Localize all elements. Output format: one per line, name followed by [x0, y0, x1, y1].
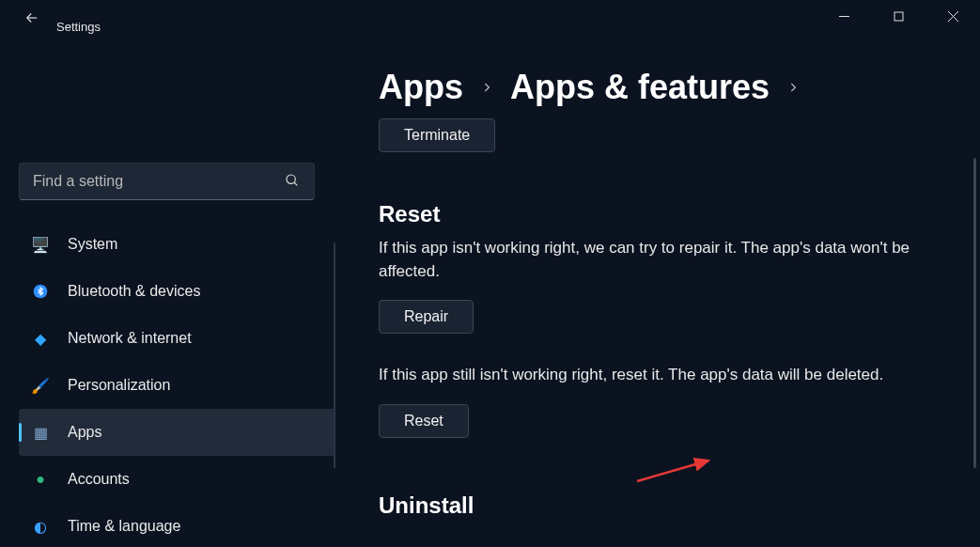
bluetooth-icon — [30, 281, 51, 302]
sidebar-item-accounts[interactable]: ●Accounts — [19, 456, 334, 503]
search-input[interactable] — [19, 163, 315, 200]
chevron-right-icon — [480, 77, 493, 99]
sidebar-item-label: Accounts — [68, 471, 130, 488]
sidebar-item-personalization[interactable]: 🖌️Personalization — [19, 362, 334, 409]
accounts-icon: ● — [30, 469, 51, 490]
window-controls — [817, 0, 980, 32]
sidebar-item-label: Network & internet — [68, 330, 192, 347]
sidebar: 🖥️SystemBluetooth & devices◆Network & in… — [0, 36, 334, 547]
sidebar-item-label: System — [68, 236, 117, 253]
network-icon: ◆ — [30, 328, 51, 349]
minimize-button[interactable] — [817, 0, 871, 32]
apps-icon: ▦ — [30, 422, 51, 443]
reset-heading: Reset — [379, 201, 942, 227]
scrollbar[interactable] — [973, 158, 976, 468]
sidebar-item-label: Apps — [68, 424, 101, 441]
app-title: Settings — [56, 3, 101, 34]
sidebar-item-apps[interactable]: ▦Apps — [19, 409, 334, 456]
svg-point-4 — [287, 175, 295, 183]
maximize-button[interactable] — [871, 0, 926, 32]
terminate-button[interactable]: Terminate — [379, 118, 495, 152]
sidebar-item-time-language[interactable]: ◐Time & language — [19, 503, 334, 547]
sidebar-item-label: Bluetooth & devices — [68, 283, 200, 300]
sidebar-item-label: Time & language — [68, 518, 180, 535]
breadcrumb: Apps Apps & features — [379, 68, 957, 107]
breadcrumb-level-1[interactable]: Apps — [379, 68, 463, 107]
uninstall-heading: Uninstall — [379, 492, 942, 519]
repair-button[interactable]: Repair — [379, 300, 474, 334]
reset-description: If this app still isn't working right, r… — [379, 364, 942, 387]
time-icon: ◐ — [30, 516, 51, 537]
svg-line-5 — [294, 182, 297, 185]
nav-list: 🖥️SystemBluetooth & devices◆Network & in… — [0, 221, 334, 547]
sidebar-item-network-internet[interactable]: ◆Network & internet — [19, 315, 334, 362]
sidebar-item-bluetooth-devices[interactable]: Bluetooth & devices — [19, 268, 334, 315]
repair-description: If this app isn't working right, we can … — [379, 237, 942, 283]
chevron-right-icon — [786, 77, 800, 99]
content-area: Apps Apps & features Terminate Reset If … — [334, 36, 980, 547]
reset-button[interactable]: Reset — [379, 404, 469, 438]
personalization-icon: 🖌️ — [30, 375, 51, 396]
sidebar-item-label: Personalization — [68, 377, 170, 394]
search-icon — [285, 173, 300, 192]
svg-rect-1 — [894, 12, 903, 21]
sidebar-item-system[interactable]: 🖥️System — [19, 221, 334, 268]
breadcrumb-level-2[interactable]: Apps & features — [510, 68, 770, 107]
close-button[interactable] — [926, 0, 980, 32]
back-button[interactable] — [21, 7, 43, 29]
system-icon: 🖥️ — [30, 234, 51, 255]
